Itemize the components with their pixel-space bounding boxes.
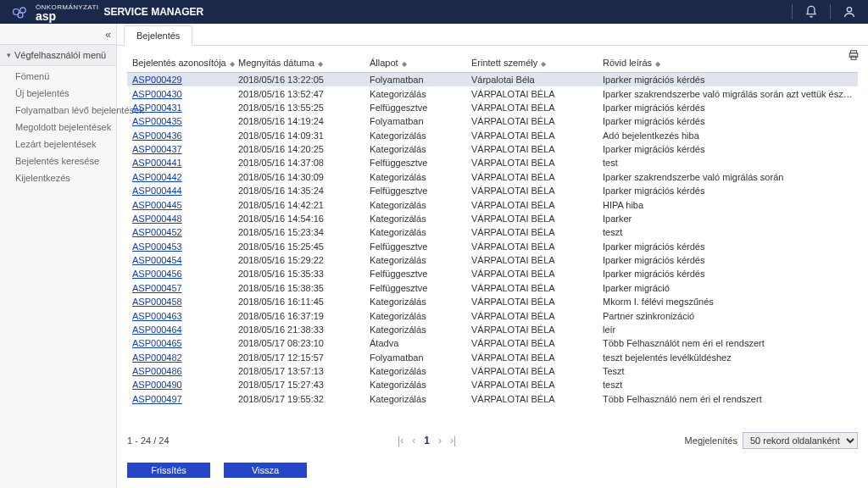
table-row[interactable]: ASP0004302018/05/16 13:52:47Kategorizálá…	[127, 86, 858, 100]
table-row[interactable]: ASP0004482018/05/16 14:54:16Kategorizálá…	[127, 212, 858, 225]
table-row[interactable]: ASP0004652018/05/17 08:23:10ÁtadvaVÁRPAL…	[127, 336, 858, 350]
page-size-select[interactable]: 50 rekord oldalanként	[743, 432, 858, 449]
col-id[interactable]: Bejelentés azonosítója◆	[127, 54, 233, 73]
table-row[interactable]: ASP0004862018/05/17 13:57:13Kategorizálá…	[127, 364, 858, 378]
sidebar-item-kijelentkezes[interactable]: Kijelentkezés	[0, 169, 116, 186]
cell-person: VÁRPALOTAI BÉLA	[466, 295, 598, 308]
report-id-link[interactable]: ASP000441	[132, 158, 182, 168]
report-id-link[interactable]: ASP000457	[132, 283, 182, 293]
cell-person: VÁRPALOTAI BÉLA	[466, 323, 598, 336]
sidebar-menu-title: Végfelhasználói menü	[14, 50, 106, 60]
pager-prev-icon[interactable]: ‹	[412, 435, 415, 446]
report-id-link[interactable]: ASP000490	[132, 380, 182, 390]
cell-desc: HIPA hiba	[598, 197, 858, 211]
report-id-link[interactable]: ASP000448	[132, 214, 182, 224]
cell-desc: teszt	[598, 378, 858, 391]
cell-person: VÁRPALOTAI BÉLA	[466, 281, 598, 295]
report-id-link[interactable]: ASP000453	[132, 241, 182, 252]
report-id-link[interactable]: ASP000482	[132, 352, 182, 363]
cell-desc: Iparker migrációs kérdés	[598, 253, 858, 267]
report-id-link[interactable]: ASP000437	[132, 144, 182, 154]
cell-date: 2018/05/17 13:57:13	[233, 364, 364, 378]
cell-date: 2018/05/16 13:52:47	[233, 86, 364, 100]
caret-down-icon: ▾	[7, 51, 11, 59]
table-row[interactable]: ASP0004412018/05/16 14:37:08Felfüggesztv…	[127, 156, 858, 169]
col-person[interactable]: Érintett személy◆	[466, 54, 598, 73]
table-row[interactable]: ASP0004352018/05/16 14:19:24FolyamatbanV…	[127, 114, 858, 128]
sidebar-item-lezart[interactable]: Lezárt bejelentések	[0, 136, 116, 152]
cell-date: 2018/05/16 14:30:09	[233, 170, 364, 184]
table-row[interactable]: ASP0004422018/05/16 14:30:09Kategorizálá…	[127, 170, 858, 184]
report-id-link[interactable]: ASP000486	[132, 366, 182, 376]
cell-desc: Iparker migrációs kérdés	[598, 240, 858, 253]
cell-date: 2018/05/16 14:19:24	[233, 114, 364, 128]
cell-state: Felfüggesztve	[364, 240, 466, 253]
sidebar-item-folyamatban[interactable]: Folyamatban lévő bejelentések	[0, 102, 116, 119]
report-id-link[interactable]: ASP000429	[132, 75, 182, 85]
col-state[interactable]: Állapot◆	[364, 54, 466, 73]
notifications-icon[interactable]	[803, 3, 820, 20]
cell-desc: teszt bejelentés levélküldéshez	[598, 351, 858, 364]
report-id-link[interactable]: ASP000442	[132, 172, 182, 182]
table-row[interactable]: ASP0004372018/05/16 14:20:25Kategorizálá…	[127, 142, 858, 156]
report-id-link[interactable]: ASP000465	[132, 338, 182, 348]
table-row[interactable]: ASP0004292018/05/16 13:22:05FolyamatbanV…	[127, 73, 858, 87]
refresh-button[interactable]: Frissítés	[127, 463, 210, 478]
cell-state: Folyamatban	[364, 73, 466, 87]
sidebar-item-kereses[interactable]: Bejelentés keresése	[0, 152, 116, 169]
table-row[interactable]: ASP0004642018/05/16 21:38:33Kategorizálá…	[127, 323, 858, 336]
report-id-link[interactable]: ASP000463	[132, 311, 182, 321]
report-id-link[interactable]: ASP000445	[132, 200, 182, 210]
col-desc[interactable]: Rövid leírás◆	[598, 54, 858, 73]
report-id-link[interactable]: ASP000431	[132, 103, 182, 113]
report-id-link[interactable]: ASP000435	[132, 116, 182, 126]
sidebar-item-uj[interactable]: Új bejelentés	[0, 85, 116, 102]
pager-next-icon[interactable]: ›	[438, 435, 442, 446]
report-id-link[interactable]: ASP000452	[132, 227, 182, 237]
cell-person: VÁRPALOTAI BÉLA	[466, 197, 598, 211]
cell-person: VÁRPALOTAI BÉLA	[466, 225, 598, 239]
table-row[interactable]: ASP0004572018/05/16 15:38:35Felfüggesztv…	[127, 281, 858, 295]
sidebar-menu-header[interactable]: ▾ Végfelhasználói menü	[0, 44, 116, 66]
table-row[interactable]: ASP0004312018/05/16 13:55:25Felfüggesztv…	[127, 101, 858, 114]
report-id-link[interactable]: ASP000464	[132, 324, 182, 335]
table-row[interactable]: ASP0004972018/05/17 19:55:32Kategorizálá…	[127, 392, 858, 406]
cell-person: VÁRPALOTAI BÉLA	[466, 184, 598, 197]
report-id-link[interactable]: ASP000436	[132, 130, 182, 141]
table-row[interactable]: ASP0004542018/05/16 15:29:22Kategorizálá…	[127, 253, 858, 267]
cell-date: 2018/05/16 14:42:21	[233, 197, 364, 211]
sidebar-item-fomenu[interactable]: Fömenü	[0, 68, 116, 85]
cell-state: Folyamatban	[364, 351, 466, 364]
report-id-link[interactable]: ASP000458	[132, 297, 182, 307]
table-row[interactable]: ASP0004562018/05/16 15:35:33Felfüggesztv…	[127, 267, 858, 280]
collapse-sidebar-icon[interactable]: «	[105, 29, 111, 41]
table-row[interactable]: ASP0004442018/05/16 14:35:24Felfüggesztv…	[127, 184, 858, 197]
user-icon[interactable]	[841, 3, 858, 20]
tab-bejelentes[interactable]: Bejelentés	[124, 25, 192, 46]
col-date[interactable]: Megnyitás dátuma◆	[233, 54, 364, 73]
table-row[interactable]: ASP0004822018/05/17 12:15:57FolyamatbanV…	[127, 351, 858, 364]
sort-icon: ◆	[655, 60, 660, 68]
pager-first-icon[interactable]: |‹	[398, 435, 403, 446]
back-button[interactable]: Vissza	[224, 463, 307, 478]
pager-last-icon[interactable]: ›|	[450, 435, 456, 446]
svg-point-1	[20, 8, 25, 13]
table-row[interactable]: ASP0004362018/05/16 14:09:31Kategorizálá…	[127, 129, 858, 142]
cell-date: 2018/05/16 14:09:31	[233, 129, 364, 142]
table-row[interactable]: ASP0004632018/05/16 16:37:19Kategorizálá…	[127, 308, 858, 322]
table-row[interactable]: ASP0004522018/05/16 15:23:34Kategorizálá…	[127, 225, 858, 239]
pager-current-page: 1	[424, 435, 430, 446]
table-row[interactable]: ASP0004582018/05/16 16:11:45Kategorizálá…	[127, 295, 858, 308]
table-row[interactable]: ASP0004532018/05/16 15:25:45Felfüggesztv…	[127, 240, 858, 253]
report-id-link[interactable]: ASP000430	[132, 89, 182, 99]
table-row[interactable]: ASP0004902018/05/17 15:27:43Kategorizálá…	[127, 378, 858, 391]
report-id-link[interactable]: ASP000497	[132, 394, 182, 404]
sidebar-item-megoldott[interactable]: Megoldott bejelentések	[0, 119, 116, 136]
table-row[interactable]: ASP0004452018/05/16 14:42:21Kategorizálá…	[127, 197, 858, 211]
report-id-link[interactable]: ASP000444	[132, 186, 182, 196]
cell-person: VÁRPALOTAI BÉLA	[466, 336, 598, 350]
cell-date: 2018/05/16 14:54:16	[233, 212, 364, 225]
cell-date: 2018/05/16 15:29:22	[233, 253, 364, 267]
report-id-link[interactable]: ASP000456	[132, 269, 182, 279]
report-id-link[interactable]: ASP000454	[132, 255, 182, 265]
